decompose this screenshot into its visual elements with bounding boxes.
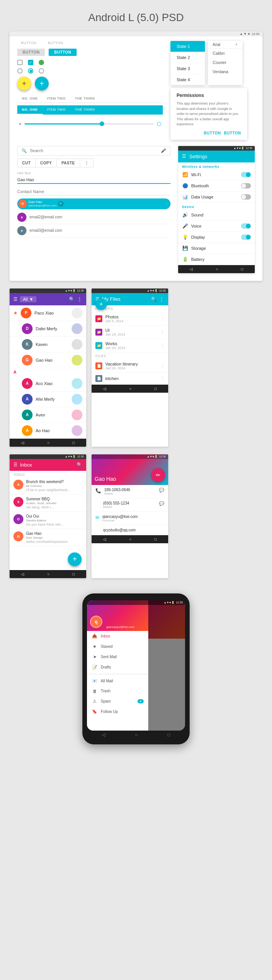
state-item-3[interactable]: State 3 xyxy=(170,63,205,74)
settings-item-display[interactable]: 💡 Display xyxy=(178,232,255,243)
inbox-recents-icon[interactable]: □ xyxy=(72,572,75,576)
drawer-item-followup[interactable]: 🔖 Follow Up xyxy=(87,706,148,717)
button-flat-gray[interactable]: BUTTON xyxy=(17,49,45,56)
search-input[interactable] xyxy=(30,148,158,153)
drawer-item-drafts[interactable]: 📝 Drafts xyxy=(87,662,148,672)
contacts-list-item-6[interactable]: A Aven xyxy=(10,407,86,423)
drawer-item-spam[interactable]: ⚠ Spam 8 xyxy=(87,696,148,706)
toggle-green[interactable] xyxy=(39,60,44,65)
files-item-kitchen[interactable]: 📄 kitchen ⋮ xyxy=(92,373,168,385)
files-fab[interactable]: + xyxy=(95,298,107,310)
big-back-icon[interactable]: ◁ xyxy=(102,732,105,737)
inbox-item-0[interactable]: A Brunch this weekend? Ali Connors I'll … xyxy=(10,477,86,495)
drawer-item-trash[interactable]: 🗑 Trash xyxy=(87,686,148,696)
contact-home-icon[interactable]: ○ xyxy=(129,537,131,541)
files-back-icon[interactable]: ◁ xyxy=(103,387,106,391)
inbox-item-3[interactable]: G Gao Hao Ever Design weibo.com/hashimpr… xyxy=(10,529,86,546)
tab-active-3[interactable]: THE THIRD xyxy=(70,105,100,115)
contacts-list-item-2[interactable]: K Kaven xyxy=(10,337,86,352)
state-item-2[interactable]: State 2 xyxy=(170,52,205,63)
button-flat-cyan[interactable]: BUTTON xyxy=(49,49,76,56)
cut-button[interactable]: CUT xyxy=(18,159,36,167)
inbox-home-icon[interactable]: ○ xyxy=(47,572,49,576)
contacts-list-item-5[interactable]: A Afei Merfy xyxy=(10,392,86,407)
files-item-ui[interactable]: 📁 UI Jan 18, 2014 ⋮ xyxy=(92,326,168,339)
back-nav-icon[interactable]: ◁ xyxy=(190,267,193,271)
folder-more-photos[interactable]: ⋮ xyxy=(161,316,164,321)
contact-sms-icon-0[interactable]: 💬 xyxy=(159,488,164,493)
contacts-list-item-1[interactable]: D Dafei Merfy xyxy=(10,321,86,337)
contacts-hamburger-icon[interactable]: ☰ xyxy=(13,297,18,302)
more-button[interactable]: ⋮ xyxy=(80,159,93,167)
contacts-more-icon[interactable]: ⋮ xyxy=(77,296,82,302)
contacts-search-icon[interactable]: 🔍 xyxy=(69,297,75,302)
contacts-list-item-0[interactable]: ★ P Paco Xiao xyxy=(10,305,86,321)
inbox-item-1[interactable]: S Summer BBQ to Alex, Scott, Jennifer Aw… xyxy=(10,495,86,512)
contact-name-input[interactable] xyxy=(17,188,170,195)
files-more-icon[interactable]: ⋮ xyxy=(159,296,164,302)
files-item-photos[interactable]: 📁 Photos Jan 9, 2014 ⋮ xyxy=(92,312,168,326)
home-nav-icon[interactable]: ○ xyxy=(216,267,218,271)
copy-button[interactable]: COPY xyxy=(36,159,57,167)
file-more-kitchen[interactable]: ⋮ xyxy=(161,376,164,380)
contacts-list-item-4[interactable]: A Aco Xiao xyxy=(10,376,86,392)
drawer-item-sent[interactable]: ➤ Sent Mail xyxy=(87,652,148,662)
radio-checked[interactable] xyxy=(28,68,33,74)
inbox-back-icon[interactable]: ◁ xyxy=(21,572,24,576)
font-item-verdana[interactable]: Verdana xyxy=(208,67,243,76)
files-item-works[interactable]: 📁 Works Jan 24, 2014 ⋮ xyxy=(92,339,168,352)
state-item-4[interactable]: State 4 xyxy=(170,74,205,85)
inbox-hamburger-icon[interactable]: ☰ xyxy=(13,462,18,467)
inbox-fab[interactable]: + xyxy=(68,552,82,566)
radio-unchecked-1[interactable] xyxy=(17,68,23,74)
inbox-item-2[interactable]: O Oui Oui Sandra Adams Do you have Paris… xyxy=(10,512,86,529)
contacts-home-icon[interactable]: ○ xyxy=(47,441,49,445)
folder-more-ui[interactable]: ⋮ xyxy=(161,330,164,334)
contact-phone-0[interactable]: 📞 189-1063-0646 Mobile 💬 xyxy=(92,485,168,498)
font-item-calibri[interactable]: Calibri xyxy=(208,49,243,58)
fab-cyan[interactable]: + xyxy=(35,77,49,90)
radio-unchecked-2[interactable] xyxy=(39,68,44,74)
chip-close-button[interactable]: ✕ xyxy=(58,201,64,206)
files-recents-icon[interactable]: □ xyxy=(154,387,157,391)
files-home-icon[interactable]: ○ xyxy=(129,387,131,391)
big-recents-icon[interactable]: □ xyxy=(167,732,170,737)
wifi-toggle[interactable] xyxy=(241,172,251,177)
slider-thumb[interactable] xyxy=(100,121,104,126)
slider-track[interactable] xyxy=(25,123,154,125)
files-search-icon[interactable]: 🔍 xyxy=(151,297,157,302)
contacts-list-item-7[interactable]: A Ao Hao xyxy=(10,423,86,439)
files-item-vacation[interactable]: 📄 Vacation Itinerary Jan 26, 2014 ⋮ xyxy=(92,359,168,373)
checkbox-unchecked[interactable] xyxy=(17,60,23,65)
font-dropdown-arrow[interactable]: ▼ xyxy=(235,43,238,46)
checkbox-checked[interactable]: ✓ xyxy=(28,60,33,65)
contacts-back-icon[interactable]: ◁ xyxy=(21,441,24,445)
contacts-list-item-3[interactable]: G Gao Hao xyxy=(10,352,86,368)
contact-edit-fab[interactable]: ✏ xyxy=(151,468,165,482)
font-item-courier[interactable]: Courier xyxy=(208,58,243,67)
permissions-btn2[interactable]: BUTTON xyxy=(224,131,241,135)
contact-email-0[interactable]: ✉ qiancaoyu@live.com Personal xyxy=(92,512,168,525)
settings-item-voice[interactable]: 🎤 Voice xyxy=(178,221,255,232)
contacts-recents-icon[interactable]: □ xyxy=(72,441,75,445)
bluetooth-toggle[interactable] xyxy=(241,183,251,188)
inbox-search-icon[interactable]: 🔍 xyxy=(77,462,82,467)
settings-item-wifi[interactable]: 📶 Wi-Fi xyxy=(178,169,255,180)
drawer-item-staved[interactable]: ★ Staved xyxy=(87,641,148,652)
state-item-1[interactable]: State 1 xyxy=(170,41,205,52)
settings-hamburger-icon[interactable]: ☰ xyxy=(182,154,186,159)
big-home-icon[interactable]: ○ xyxy=(135,732,138,737)
tab-active-1[interactable]: NO. ONE xyxy=(17,105,43,115)
file-more-vacation[interactable]: ⋮ xyxy=(161,364,164,368)
contact-phone-1[interactable]: (650) 555-1234 Mobile 💬 xyxy=(92,498,168,512)
recents-nav-icon[interactable]: □ xyxy=(241,267,243,271)
drawer-item-inbox[interactable]: 📥 Inbox xyxy=(87,631,148,641)
settings-item-data[interactable]: 📊 Data Usage xyxy=(178,192,255,203)
display-toggle[interactable] xyxy=(241,234,251,240)
contact-back-icon[interactable]: ◁ xyxy=(103,537,106,541)
permissions-btn1[interactable]: BUTTON xyxy=(204,131,221,135)
tab-inactive-2[interactable]: ITEM TWO xyxy=(43,94,70,103)
voice-toggle[interactable] xyxy=(241,223,251,229)
folder-more-works[interactable]: ⋮ xyxy=(161,343,164,347)
tab-inactive-3[interactable]: THE THIRD xyxy=(70,94,100,103)
